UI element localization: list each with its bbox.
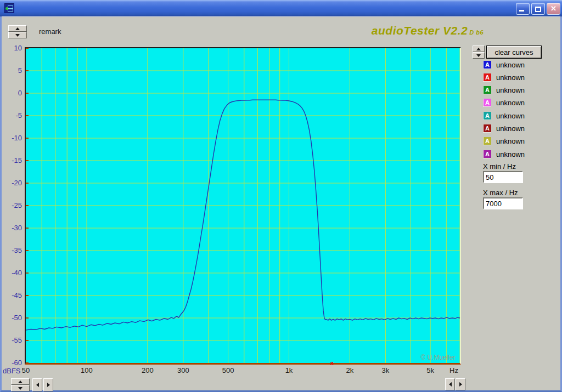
y-tick-label: -20 — [2, 179, 22, 187]
curve-color-icon[interactable]: A — [483, 73, 491, 82]
maximize-icon — [535, 7, 541, 12]
app-icon-trace — [8, 8, 13, 9]
x-min-scroll-right-button[interactable] — [43, 378, 53, 391]
chart-plot-area[interactable]: © U.Muellerx — [25, 47, 461, 365]
curve-color-icon[interactable]: A — [483, 112, 491, 120]
legend-label: unknown — [496, 124, 525, 133]
y-tick-label: -10 — [2, 134, 22, 142]
y-scale-up-button[interactable] — [11, 378, 30, 385]
curve-color-icon[interactable]: A — [483, 61, 491, 69]
copyright-label: © U.Mueller — [420, 354, 456, 361]
y-tick-label: -40 — [2, 269, 22, 277]
legend-item: Aunknown — [483, 85, 525, 96]
clear-curves-button[interactable]: clear curves — [486, 46, 542, 59]
x-min-label: X min / Hz — [483, 162, 516, 171]
y-tick-label: -50 — [2, 314, 22, 322]
up-arrow-icon — [18, 380, 23, 383]
curve-select-up-button[interactable] — [473, 46, 485, 52]
y-tick-label: 5 — [2, 66, 22, 75]
close-icon: ✕ — [550, 4, 557, 13]
up-arrow-icon — [476, 48, 481, 50]
left-arrow-icon — [449, 382, 452, 387]
up-arrow-icon — [15, 27, 20, 30]
remark-label: remark — [39, 27, 61, 36]
titlebar: ✕ — [0, 0, 562, 16]
x-tick-label: 100 — [75, 366, 99, 374]
down-arrow-icon — [476, 54, 481, 57]
remark-spin-down-button[interactable] — [8, 32, 27, 38]
legend-item: Aunknown — [483, 110, 525, 121]
minimize-icon — [519, 10, 524, 12]
x-max-scroll-right-button[interactable] — [456, 378, 465, 390]
y-scale-spinner — [11, 378, 30, 391]
legend-item: Aunknown — [483, 123, 525, 134]
y-tick-label: -55 — [2, 336, 22, 344]
legend-label: unknown — [496, 73, 525, 82]
x-tick-label: 5k — [418, 366, 442, 374]
app-icon[interactable] — [4, 3, 14, 13]
y-tick-label: -15 — [2, 156, 22, 164]
x-max-scroll-left-button[interactable] — [445, 378, 455, 390]
curve-color-icon[interactable]: A — [483, 137, 491, 145]
remark-spin-up-button[interactable] — [8, 25, 27, 32]
maximize-button[interactable] — [531, 3, 545, 15]
y-tick-label: -60 — [2, 359, 22, 367]
chart-svg: © U.Muellerx — [26, 48, 460, 363]
app-window: ✕ remark audioTester V2.2D b6 © U.Muelle… — [0, 0, 562, 392]
x-max-label: X max / Hz — [483, 189, 518, 197]
x-tick-label: 3k — [373, 366, 397, 374]
x-min-input[interactable] — [483, 171, 523, 183]
logo-title: audioTester V2.2 — [372, 24, 468, 37]
curve-select-down-button[interactable] — [473, 52, 485, 59]
y-tick-label: 10 — [2, 44, 22, 52]
curve-select-spinner — [473, 46, 485, 59]
left-arrow-icon — [36, 383, 39, 387]
close-button[interactable]: ✕ — [547, 3, 560, 15]
x-max-input[interactable] — [483, 197, 523, 209]
legend-label: unknown — [496, 150, 525, 158]
remark-spinner — [8, 25, 27, 38]
client-area: remark audioTester V2.2D b6 © U.Muellerx… — [2, 16, 560, 390]
legend-item: Aunknown — [483, 136, 525, 147]
y-tick-label: -5 — [2, 111, 22, 120]
minimize-button[interactable] — [516, 3, 530, 15]
y-axis-unit-label: dBFS — [3, 367, 21, 375]
y-tick-label: -45 — [2, 291, 22, 299]
x-tick-label: 1k — [277, 366, 301, 374]
curve-color-icon[interactable]: A — [483, 124, 491, 133]
right-arrow-icon — [459, 382, 462, 387]
legend-label: unknown — [496, 112, 525, 120]
app-logo: audioTester V2.2D b6 — [276, 24, 484, 37]
right-arrow-icon — [47, 383, 50, 387]
cursor-marker: x — [330, 360, 334, 366]
down-arrow-icon — [18, 387, 23, 390]
legend-item: Aunknown — [483, 98, 525, 109]
down-arrow-icon — [15, 34, 20, 37]
curve-color-icon[interactable]: A — [483, 150, 491, 158]
x-axis-unit-label: Hz — [442, 366, 466, 374]
x-tick-label: 2k — [338, 366, 362, 374]
y-tick-label: -30 — [2, 224, 22, 232]
x-min-scroll-left-button[interactable] — [32, 378, 42, 391]
legend-item: Aunknown — [483, 59, 525, 70]
y-tick-label: 0 — [2, 89, 22, 97]
x-tick-label: 300 — [171, 366, 195, 374]
legend-label: unknown — [496, 86, 525, 94]
legend-item: Aunknown — [483, 149, 525, 160]
legend-label: unknown — [496, 61, 525, 69]
curve-color-icon[interactable]: A — [483, 86, 491, 94]
y-tick-label: -25 — [2, 201, 22, 209]
y-tick-label: -35 — [2, 246, 22, 254]
logo-version-suffix: D b6 — [469, 29, 484, 36]
x-tick-label: 200 — [136, 366, 160, 374]
legend-label: unknown — [496, 99, 525, 107]
x-tick-label: 500 — [216, 366, 240, 374]
y-scale-down-button[interactable] — [11, 385, 30, 391]
legend-label: unknown — [496, 137, 525, 145]
legend-item: Aunknown — [483, 72, 525, 83]
curve-color-icon[interactable]: A — [483, 99, 491, 107]
